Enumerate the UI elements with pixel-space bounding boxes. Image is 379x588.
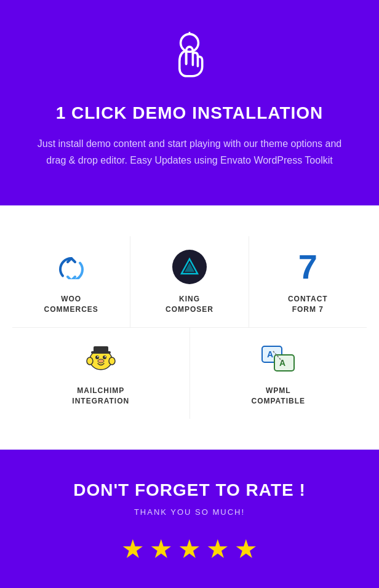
top-section: 1 CLICK DEMO INSTALLATION Just install d… [0,0,379,205]
plugins-section: WOOCOMMERCES KINGCOMPOSER [0,205,379,449]
rate-subtitle: THANK YOU SO MUCH! [25,507,354,517]
svg-point-12 [103,356,106,359]
king-composer-icon [171,248,208,285]
svg-rect-17 [91,351,111,354]
star-5: ★ [234,534,258,564]
mailchimp-label: MAILCHIMPINTEGRATION [72,386,129,407]
star-2: ★ [150,534,173,564]
woocommerce-label: WOOCOMMERCES [44,294,98,315]
stars-container: ★ ★ ★ ★ ★ [25,534,354,564]
wpml-label: WPMLCOMPATIBLE [251,386,305,407]
mailchimp-icon [82,340,119,377]
svg-point-15 [98,359,104,363]
plugin-wpml: A A WPMLCOMPATIBLE [190,328,367,419]
king-composer-label: KINGCOMPOSER [166,294,213,315]
cf7-icon: 7 [289,248,326,285]
plugin-king-composer: KINGCOMPOSER [130,236,248,327]
star-1: ★ [121,534,145,564]
top-title: 1 CLICK DEMO INSTALLATION [25,103,354,123]
star-4: ★ [206,534,229,564]
svg-point-14 [105,356,106,357]
top-description: Just install demo content and start play… [30,135,349,169]
svg-point-0 [181,34,199,52]
plugins-row-2: MAILCHIMPINTEGRATION A A WPMLCOMPATIBLE [12,327,367,419]
svg-point-13 [97,356,98,357]
plugins-row-1: WOOCOMMERCES KINGCOMPOSER [12,236,367,327]
plugin-cf7: 7 CONTACTFORM 7 [249,236,367,327]
cf7-label: CONTACTFORM 7 [288,294,328,315]
wpml-icon: A A [260,340,297,377]
plugin-woocommerce: WOOCOMMERCES [12,236,130,327]
star-3: ★ [178,534,201,564]
plugin-mailchimp: MAILCHIMPINTEGRATION [12,328,190,419]
rate-section: DON'T FORGET TO RATE ! THANK YOU SO MUCH… [0,450,379,588]
woocommerce-icon [53,248,90,285]
svg-point-9 [87,357,93,365]
svg-text:A: A [267,349,273,359]
rate-title: DON'T FORGET TO RATE ! [25,480,354,500]
svg-point-10 [109,357,115,365]
hand-pointer-icon [25,31,354,89]
plugins-grid: WOOCOMMERCES KINGCOMPOSER [12,236,367,418]
svg-point-11 [95,356,99,359]
